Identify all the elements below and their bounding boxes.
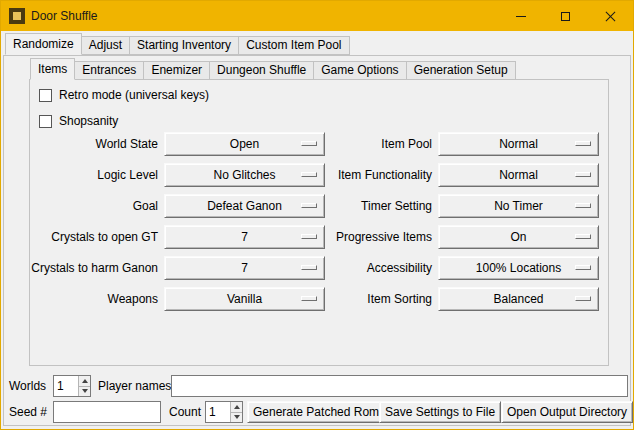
app-icon [9, 8, 25, 24]
tab-entrances[interactable]: Entrances [74, 61, 144, 80]
menu-indicator-icon [575, 234, 591, 239]
selected-value: No Glitches [213, 168, 275, 182]
worlds-stepper[interactable] [53, 375, 91, 397]
selected-value: 7 [241, 230, 248, 244]
count-value[interactable] [206, 402, 230, 422]
open-output-directory-button[interactable]: Open Output Directory [501, 401, 633, 423]
field-label: Item Functionality [331, 163, 432, 187]
tab-enemizer[interactable]: Enemizer [143, 61, 210, 80]
checkbox-retro-mode[interactable]: Retro mode (universal keys) [39, 87, 209, 103]
checkbox-box[interactable] [39, 89, 52, 102]
player-names-input[interactable] [171, 375, 628, 397]
select-crystals-harm-ganon[interactable]: 7 [164, 256, 325, 280]
seed-input[interactable] [53, 401, 161, 423]
select-goal[interactable]: Defeat Ganon [164, 194, 325, 218]
spin-down-icon[interactable] [79, 386, 90, 397]
selected-value: Balanced [493, 292, 543, 306]
spin-up-icon[interactable] [79, 376, 90, 386]
select-item-functionality[interactable]: Normal [438, 163, 599, 187]
selected-value: Vanilla [227, 292, 262, 306]
option-row: Goal Defeat Ganon Timer Setting No Timer [31, 194, 605, 218]
select-progressive-items[interactable]: On [438, 225, 599, 249]
field-label: Goal [31, 194, 158, 218]
count-stepper[interactable] [205, 401, 243, 423]
save-settings-button[interactable]: Save Settings to File [379, 401, 501, 423]
menu-indicator-icon [301, 203, 317, 208]
tab-generation-setup[interactable]: Generation Setup [406, 61, 516, 80]
option-row: Crystals to open GT 7 Progressive Items … [31, 225, 605, 249]
selected-value: Defeat Ganon [207, 199, 282, 213]
menu-indicator-icon [301, 141, 317, 146]
menu-indicator-icon [575, 141, 591, 146]
window-title: Door Shuffle [31, 9, 498, 23]
selected-value: 100% Locations [476, 261, 561, 275]
menu-indicator-icon [301, 265, 317, 270]
field-label: Logic Level [31, 163, 158, 187]
menu-indicator-icon [301, 234, 317, 239]
tab-randomize[interactable]: Randomize [5, 33, 82, 55]
select-item-sorting[interactable]: Balanced [438, 287, 599, 311]
menu-indicator-icon [575, 203, 591, 208]
tab-game-options[interactable]: Game Options [313, 61, 406, 80]
field-label: Item Sorting [331, 287, 432, 311]
tab-starting-inventory[interactable]: Starting Inventory [129, 36, 239, 55]
checkbox-shopsanity[interactable]: Shopsanity [39, 113, 118, 129]
minimize-icon [516, 16, 526, 17]
tab-custom-item-pool[interactable]: Custom Item Pool [238, 36, 349, 55]
menu-indicator-icon [301, 296, 317, 301]
select-item-pool[interactable]: Normal [438, 132, 599, 156]
spin-down-icon[interactable] [231, 412, 242, 423]
generate-patched-rom-button[interactable]: Generate Patched Rom [247, 401, 385, 423]
option-row: Weapons Vanilla Item Sorting Balanced [31, 287, 605, 311]
checkbox-label: Shopsanity [59, 114, 118, 128]
worlds-value[interactable] [54, 376, 78, 396]
maximize-icon [561, 12, 570, 21]
selected-value: 7 [241, 261, 248, 275]
seed-label: Seed # [9, 401, 47, 423]
select-logic-level[interactable]: No Glitches [164, 163, 325, 187]
option-row: Crystals to harm Ganon 7 Accessibility 1… [31, 256, 605, 280]
field-label: Crystals to open GT [31, 225, 158, 249]
title-bar[interactable]: Door Shuffle [1, 1, 633, 31]
inner-tab-bar: Items Entrances Enemizer Dungeon Shuffle… [30, 58, 516, 80]
checkbox-box[interactable] [39, 115, 52, 128]
field-label: Progressive Items [331, 225, 432, 249]
field-label: Timer Setting [331, 194, 432, 218]
select-weapons[interactable]: Vanilla [164, 287, 325, 311]
close-icon [605, 11, 616, 22]
outer-tab-bar: Randomize Adjust Starting Inventory Cust… [5, 33, 350, 55]
selected-value: On [510, 230, 526, 244]
field-label: Crystals to harm Ganon [31, 256, 158, 280]
select-timer-setting[interactable]: No Timer [438, 194, 599, 218]
spin-up-icon[interactable] [231, 402, 242, 412]
tab-adjust[interactable]: Adjust [81, 36, 130, 55]
door-shuffle-window: Door Shuffle Randomize Adjust Starting I… [0, 0, 634, 430]
select-crystals-open-gt[interactable]: 7 [164, 225, 325, 249]
tab-dungeon-shuffle[interactable]: Dungeon Shuffle [209, 61, 314, 80]
option-row: World State Open Item Pool Normal [31, 132, 605, 156]
count-label: Count [169, 401, 201, 423]
selected-value: No Timer [494, 199, 543, 213]
close-button[interactable] [588, 1, 633, 31]
menu-indicator-icon [301, 172, 317, 177]
select-world-state[interactable]: Open [164, 132, 325, 156]
field-label: World State [31, 132, 158, 156]
option-row: Logic Level No Glitches Item Functionali… [31, 163, 605, 187]
checkbox-label: Retro mode (universal keys) [59, 88, 209, 102]
selected-value: Normal [499, 168, 538, 182]
field-label: Weapons [31, 287, 158, 311]
menu-indicator-icon [575, 265, 591, 270]
worlds-label: Worlds [9, 375, 46, 397]
menu-indicator-icon [575, 172, 591, 177]
maximize-button[interactable] [543, 1, 588, 31]
menu-indicator-icon [575, 296, 591, 301]
selected-value: Normal [499, 137, 538, 151]
minimize-button[interactable] [498, 1, 543, 31]
player-names-label: Player names [98, 375, 171, 397]
field-label: Accessibility [331, 256, 432, 280]
select-accessibility[interactable]: 100% Locations [438, 256, 599, 280]
field-label: Item Pool [331, 132, 432, 156]
tab-items[interactable]: Items [30, 58, 75, 80]
selected-value: Open [230, 137, 259, 151]
